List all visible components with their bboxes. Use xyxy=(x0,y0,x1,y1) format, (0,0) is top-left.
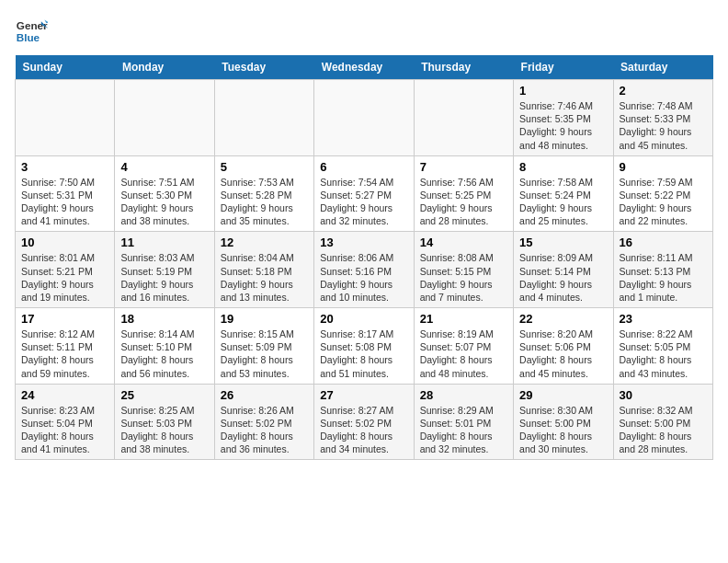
day-info: Sunrise: 8:19 AM Sunset: 5:07 PM Dayligh… xyxy=(420,327,507,380)
day-number: 10 xyxy=(21,236,108,249)
page-header: General Blue xyxy=(15,15,713,48)
calendar-cell: 26Sunrise: 8:26 AM Sunset: 5:02 PM Dayli… xyxy=(214,384,313,460)
calendar-cell xyxy=(16,80,115,156)
day-number: 17 xyxy=(21,312,108,326)
svg-text:Blue: Blue xyxy=(17,31,40,43)
calendar-cell: 13Sunrise: 8:06 AM Sunset: 5:16 PM Dayli… xyxy=(314,232,414,308)
calendar-cell: 7Sunrise: 7:56 AM Sunset: 5:25 PM Daylig… xyxy=(414,155,513,232)
day-info: Sunrise: 8:32 AM Sunset: 5:00 PM Dayligh… xyxy=(620,404,707,456)
weekday-header: Sunday xyxy=(16,55,115,80)
day-number: 6 xyxy=(320,160,407,174)
day-info: Sunrise: 7:50 AM Sunset: 5:31 PM Dayligh… xyxy=(21,176,108,228)
day-number: 13 xyxy=(320,236,407,249)
day-number: 28 xyxy=(420,388,507,402)
day-number: 2 xyxy=(620,84,707,98)
day-info: Sunrise: 8:25 AM Sunset: 5:03 PM Dayligh… xyxy=(120,404,208,456)
calendar-cell xyxy=(414,80,513,156)
day-info: Sunrise: 7:59 AM Sunset: 5:22 PM Dayligh… xyxy=(620,176,707,228)
day-info: Sunrise: 8:15 AM Sunset: 5:09 PM Dayligh… xyxy=(221,327,308,380)
day-info: Sunrise: 7:58 AM Sunset: 5:24 PM Dayligh… xyxy=(519,176,607,228)
day-number: 16 xyxy=(620,236,707,249)
calendar-cell: 23Sunrise: 8:22 AM Sunset: 5:05 PM Dayli… xyxy=(613,308,712,385)
day-number: 21 xyxy=(420,312,507,326)
day-number: 25 xyxy=(120,388,208,402)
calendar-cell: 29Sunrise: 8:30 AM Sunset: 5:00 PM Dayli… xyxy=(514,384,613,460)
calendar-cell: 28Sunrise: 8:29 AM Sunset: 5:01 PM Dayli… xyxy=(414,384,513,460)
day-info: Sunrise: 8:09 AM Sunset: 5:14 PM Dayligh… xyxy=(519,251,607,304)
day-number: 27 xyxy=(320,388,407,402)
day-number: 24 xyxy=(21,388,108,402)
day-info: Sunrise: 8:06 AM Sunset: 5:16 PM Dayligh… xyxy=(320,251,407,304)
calendar-cell: 10Sunrise: 8:01 AM Sunset: 5:21 PM Dayli… xyxy=(16,232,115,308)
calendar-cell xyxy=(314,80,414,156)
day-number: 19 xyxy=(221,312,308,326)
day-info: Sunrise: 7:54 AM Sunset: 5:27 PM Dayligh… xyxy=(320,176,407,228)
calendar-cell: 4Sunrise: 7:51 AM Sunset: 5:30 PM Daylig… xyxy=(115,155,214,232)
day-info: Sunrise: 8:01 AM Sunset: 5:21 PM Dayligh… xyxy=(21,251,108,304)
calendar-cell: 5Sunrise: 7:53 AM Sunset: 5:28 PM Daylig… xyxy=(214,155,313,232)
weekday-header: Tuesday xyxy=(214,55,313,80)
day-number: 8 xyxy=(519,160,607,174)
day-info: Sunrise: 8:11 AM Sunset: 5:13 PM Dayligh… xyxy=(620,251,707,304)
calendar-table: SundayMondayTuesdayWednesdayThursdayFrid… xyxy=(15,55,713,460)
day-number: 18 xyxy=(120,312,208,326)
day-number: 5 xyxy=(221,160,308,174)
calendar-cell: 27Sunrise: 8:27 AM Sunset: 5:02 PM Dayli… xyxy=(314,384,414,460)
day-info: Sunrise: 7:53 AM Sunset: 5:28 PM Dayligh… xyxy=(221,176,308,228)
calendar-cell xyxy=(214,80,313,156)
logo: General Blue xyxy=(15,15,51,48)
day-number: 20 xyxy=(320,312,407,326)
day-number: 9 xyxy=(620,160,707,174)
day-number: 3 xyxy=(21,160,108,174)
day-number: 12 xyxy=(221,236,308,249)
weekday-header: Saturday xyxy=(613,55,712,80)
calendar-cell: 19Sunrise: 8:15 AM Sunset: 5:09 PM Dayli… xyxy=(214,308,313,385)
calendar-cell: 3Sunrise: 7:50 AM Sunset: 5:31 PM Daylig… xyxy=(16,155,115,232)
calendar-cell: 6Sunrise: 7:54 AM Sunset: 5:27 PM Daylig… xyxy=(314,155,414,232)
day-info: Sunrise: 8:08 AM Sunset: 5:15 PM Dayligh… xyxy=(420,251,507,304)
calendar-cell: 15Sunrise: 8:09 AM Sunset: 5:14 PM Dayli… xyxy=(514,232,613,308)
day-number: 22 xyxy=(519,312,607,326)
day-number: 4 xyxy=(120,160,208,174)
day-number: 11 xyxy=(120,236,208,249)
calendar-cell: 12Sunrise: 8:04 AM Sunset: 5:18 PM Dayli… xyxy=(214,232,313,308)
day-info: Sunrise: 8:30 AM Sunset: 5:00 PM Dayligh… xyxy=(519,404,607,456)
weekday-header: Thursday xyxy=(414,55,513,80)
day-number: 29 xyxy=(519,388,607,402)
day-info: Sunrise: 7:46 AM Sunset: 5:35 PM Dayligh… xyxy=(519,99,607,152)
day-info: Sunrise: 8:12 AM Sunset: 5:11 PM Dayligh… xyxy=(21,327,108,380)
day-info: Sunrise: 7:51 AM Sunset: 5:30 PM Dayligh… xyxy=(120,176,208,228)
day-info: Sunrise: 8:26 AM Sunset: 5:02 PM Dayligh… xyxy=(221,404,308,456)
day-number: 7 xyxy=(420,160,507,174)
day-info: Sunrise: 8:20 AM Sunset: 5:06 PM Dayligh… xyxy=(519,327,607,380)
day-info: Sunrise: 7:48 AM Sunset: 5:33 PM Dayligh… xyxy=(620,99,707,152)
calendar-cell: 24Sunrise: 8:23 AM Sunset: 5:04 PM Dayli… xyxy=(16,384,115,460)
calendar-cell: 20Sunrise: 8:17 AM Sunset: 5:08 PM Dayli… xyxy=(314,308,414,385)
day-info: Sunrise: 7:56 AM Sunset: 5:25 PM Dayligh… xyxy=(420,176,507,228)
day-info: Sunrise: 8:03 AM Sunset: 5:19 PM Dayligh… xyxy=(120,251,208,304)
calendar-cell: 16Sunrise: 8:11 AM Sunset: 5:13 PM Dayli… xyxy=(613,232,712,308)
day-info: Sunrise: 8:23 AM Sunset: 5:04 PM Dayligh… xyxy=(21,404,108,456)
calendar-cell: 17Sunrise: 8:12 AM Sunset: 5:11 PM Dayli… xyxy=(16,308,115,385)
calendar-cell xyxy=(115,80,214,156)
logo-icon: General Blue xyxy=(15,15,48,48)
day-number: 30 xyxy=(620,388,707,402)
day-info: Sunrise: 8:27 AM Sunset: 5:02 PM Dayligh… xyxy=(320,404,407,456)
calendar-header: SundayMondayTuesdayWednesdayThursdayFrid… xyxy=(16,55,713,80)
day-number: 14 xyxy=(420,236,507,249)
calendar-cell: 14Sunrise: 8:08 AM Sunset: 5:15 PM Dayli… xyxy=(414,232,513,308)
day-number: 26 xyxy=(221,388,308,402)
calendar-cell: 25Sunrise: 8:25 AM Sunset: 5:03 PM Dayli… xyxy=(115,384,214,460)
calendar-cell: 2Sunrise: 7:48 AM Sunset: 5:33 PM Daylig… xyxy=(613,80,712,156)
day-info: Sunrise: 8:29 AM Sunset: 5:01 PM Dayligh… xyxy=(420,404,507,456)
calendar-cell: 21Sunrise: 8:19 AM Sunset: 5:07 PM Dayli… xyxy=(414,308,513,385)
calendar-cell: 30Sunrise: 8:32 AM Sunset: 5:00 PM Dayli… xyxy=(613,384,712,460)
calendar-cell: 9Sunrise: 7:59 AM Sunset: 5:22 PM Daylig… xyxy=(613,155,712,232)
day-info: Sunrise: 8:17 AM Sunset: 5:08 PM Dayligh… xyxy=(320,327,407,380)
calendar-cell: 8Sunrise: 7:58 AM Sunset: 5:24 PM Daylig… xyxy=(514,155,613,232)
day-info: Sunrise: 8:04 AM Sunset: 5:18 PM Dayligh… xyxy=(221,251,308,304)
day-number: 1 xyxy=(519,84,607,98)
day-number: 15 xyxy=(519,236,607,249)
weekday-header: Monday xyxy=(115,55,214,80)
calendar-cell: 18Sunrise: 8:14 AM Sunset: 5:10 PM Dayli… xyxy=(115,308,214,385)
